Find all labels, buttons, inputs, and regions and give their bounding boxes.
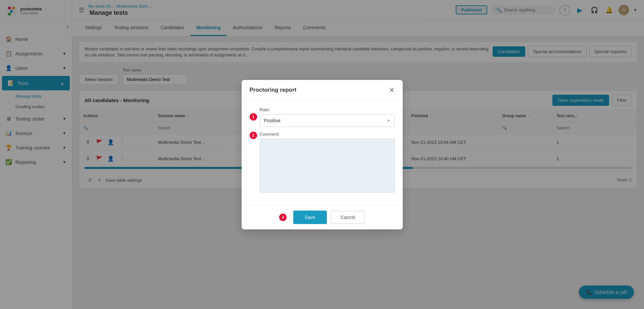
step2-badge: 2 <box>250 132 257 139</box>
modal-title: Proctoring report <box>250 87 297 93</box>
comment-label: Comment: <box>260 132 395 137</box>
modal-footer: 3 Save Cancel <box>242 205 403 229</box>
modal-close-button[interactable]: ✕ <box>389 86 395 94</box>
comment-row: 2 Comment: <box>250 132 395 193</box>
save-button[interactable]: Save <box>293 211 327 224</box>
rate-row: 1 Rate: Positive Negative Neutral <box>250 107 395 127</box>
rate-field-group: Rate: Positive Negative Neutral <box>260 107 395 127</box>
step3-badge: 3 <box>279 214 287 221</box>
rate-select-wrapper: Positive Negative Neutral <box>260 114 395 127</box>
comment-field-group: Comment: <box>260 132 395 193</box>
proctoring-report-modal: Proctoring report ✕ 1 Rate: Positive Neg… <box>242 80 403 229</box>
modal-header: Proctoring report ✕ <box>242 80 403 100</box>
comment-textarea[interactable] <box>260 139 395 192</box>
rate-label: Rate: <box>260 107 395 112</box>
modal-overlay: Proctoring report ✕ 1 Rate: Positive Neg… <box>0 0 644 309</box>
step1-badge: 1 <box>250 113 257 121</box>
rate-select[interactable]: Positive Negative Neutral <box>260 114 395 127</box>
cancel-button[interactable]: Cancel <box>331 211 365 224</box>
modal-body: 1 Rate: Positive Negative Neutral 2 <box>242 100 403 205</box>
